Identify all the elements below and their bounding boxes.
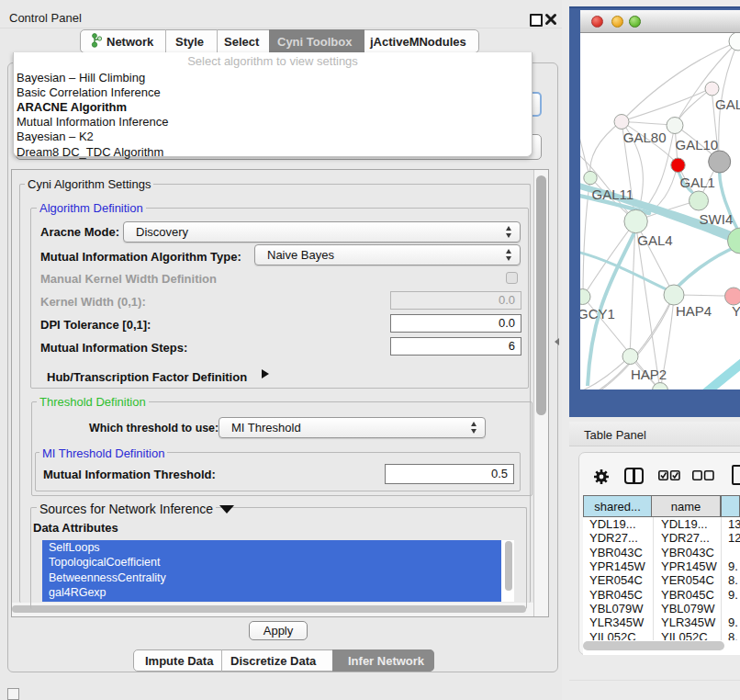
- svg-text:GAL10: GAL10: [676, 137, 719, 152]
- svg-text:Y: Y: [732, 303, 740, 319]
- svg-text:GAL11: GAL11: [592, 186, 634, 202]
- svg-text:GAL1: GAL1: [680, 175, 715, 190]
- svg-text:GCY1: GCY1: [580, 306, 615, 322]
- svg-text:SWI4: SWI4: [700, 211, 734, 227]
- svg-text:GAL80: GAL80: [623, 130, 667, 145]
- svg-text:HAP4: HAP4: [676, 303, 712, 319]
- svg-text:GAL7: GAL7: [715, 96, 740, 112]
- svg-text:HAP2: HAP2: [631, 367, 667, 382]
- svg-text:GAL4: GAL4: [637, 232, 672, 248]
